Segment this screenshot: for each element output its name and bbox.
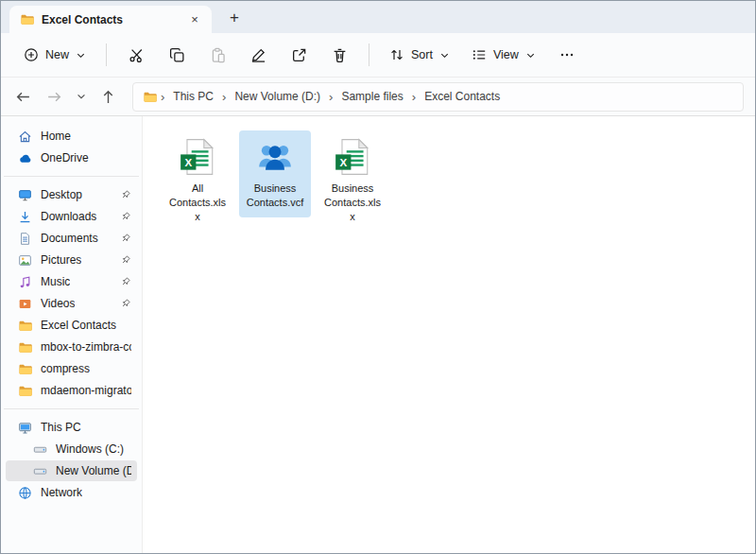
- sidebar-item-label: Music: [41, 275, 70, 288]
- sidebar-item-excel-contacts[interactable]: Excel Contacts: [6, 315, 137, 336]
- breadcrumb-separator: ›: [408, 90, 420, 104]
- sidebar-item-downloads[interactable]: Downloads: [6, 206, 137, 227]
- downloads-icon: [18, 210, 32, 224]
- pin-icon: [120, 276, 131, 287]
- location-folder-icon: [143, 90, 157, 104]
- excel-file-icon: X: [333, 137, 372, 177]
- excel-file-icon: X: [178, 137, 217, 177]
- paste-button[interactable]: [198, 39, 236, 71]
- navigation-pane: Home OneDrive Desktop: [1, 116, 143, 553]
- music-icon: [18, 275, 32, 289]
- folder-icon: [18, 340, 32, 355]
- tab-title: Excel Contacts: [42, 13, 176, 26]
- sidebar-item-music[interactable]: Music: [6, 271, 137, 292]
- toolbar-divider: [369, 43, 369, 66]
- chevron-down-icon: [439, 50, 450, 61]
- ellipsis-icon: [559, 47, 575, 62]
- breadcrumb-separator: ›: [218, 90, 230, 104]
- sort-button[interactable]: Sort: [380, 39, 459, 71]
- videos-icon: [18, 297, 32, 311]
- sidebar-divider: [4, 408, 139, 409]
- chevron-down-icon: [525, 50, 536, 61]
- documents-icon: [18, 232, 32, 246]
- sidebar-item-label: Desktop: [41, 188, 82, 201]
- see-more-button[interactable]: [548, 39, 586, 71]
- breadcrumb-item-excel-contacts[interactable]: Excel Contacts: [420, 87, 505, 106]
- onedrive-cloud-icon: [18, 151, 32, 165]
- copy-button[interactable]: [158, 39, 196, 71]
- command-toolbar: New: [1, 33, 755, 78]
- pin-icon: [120, 254, 131, 266]
- file-item-all-contacts-xlsx[interactable]: X All Contacts.xlsx: [162, 130, 233, 232]
- sort-arrows-icon: [389, 47, 404, 62]
- sidebar-item-label: New Volume (D:): [56, 464, 131, 477]
- tab-close-button[interactable]: ×: [183, 9, 206, 30]
- file-name: Business Contacts.vcf: [246, 182, 304, 210]
- rename-icon: [250, 47, 266, 63]
- plus-circle-icon: [24, 47, 39, 62]
- sidebar-item-windows-c[interactable]: Windows (C:): [6, 439, 137, 459]
- delete-button[interactable]: [320, 39, 358, 71]
- drive-icon: [33, 442, 47, 457]
- copy-icon: [169, 47, 185, 63]
- sidebar-item-mdaemon-migrator[interactable]: mdaemon-migrator: [6, 380, 137, 401]
- sidebar-item-label: Home: [41, 130, 71, 143]
- pin-icon: [120, 233, 131, 244]
- file-item-business-contacts-xlsx[interactable]: X Business Contacts.xlsx: [317, 130, 388, 232]
- file-explorer-window: Excel Contacts × + New: [0, 0, 756, 554]
- forward-button[interactable]: [40, 82, 69, 111]
- sidebar-item-this-pc[interactable]: This PC: [6, 417, 137, 438]
- svg-text:X: X: [184, 157, 192, 168]
- sidebar-item-pictures[interactable]: Pictures: [6, 250, 137, 270]
- new-button-label: New: [45, 48, 69, 61]
- view-list-icon: [472, 47, 487, 62]
- sidebar-item-videos[interactable]: Videos: [6, 293, 137, 314]
- cut-button[interactable]: [117, 39, 155, 71]
- svg-text:X: X: [339, 157, 347, 168]
- new-button[interactable]: New: [14, 39, 95, 71]
- sidebar-item-label: Excel Contacts: [41, 319, 116, 332]
- explorer-tab[interactable]: Excel Contacts ×: [9, 6, 212, 33]
- sidebar-item-new-volume-d[interactable]: New Volume (D:): [6, 460, 137, 481]
- file-name: All Contacts.xlsx: [168, 182, 227, 224]
- home-icon: [18, 130, 32, 144]
- scissors-icon: [129, 47, 145, 63]
- sort-button-label: Sort: [411, 48, 433, 61]
- up-button[interactable]: [94, 82, 123, 111]
- file-item-business-contacts-vcf[interactable]: Business Contacts.vcf: [239, 130, 311, 217]
- breadcrumb-item-sample-files[interactable]: Sample files: [336, 87, 407, 106]
- recent-locations-button[interactable]: [71, 82, 92, 111]
- sidebar-item-documents[interactable]: Documents: [6, 228, 137, 249]
- share-button[interactable]: [280, 39, 318, 71]
- sidebar-item-label: Network: [41, 486, 82, 499]
- sidebar-item-label: Pictures: [41, 253, 81, 267]
- sidebar-item-network[interactable]: Network: [6, 482, 137, 503]
- contacts-file-icon: [255, 137, 295, 177]
- folder-icon: [18, 362, 32, 376]
- toolbar-divider: [106, 43, 107, 66]
- pin-icon: [120, 189, 131, 200]
- breadcrumb[interactable]: › This PC › New Volume (D:) › Sample fil…: [132, 82, 744, 112]
- view-button[interactable]: View: [462, 39, 545, 71]
- pictures-icon: [18, 253, 32, 268]
- breadcrumb-item-new-volume[interactable]: New Volume (D:): [230, 87, 325, 106]
- titlebar: Excel Contacts × +: [1, 1, 755, 33]
- sidebar-item-mbox-to-zimbra[interactable]: mbox-to-zimbra-con: [6, 337, 137, 357]
- sidebar-item-label: Documents: [41, 232, 98, 245]
- file-name: Business Contacts.xlsx: [323, 182, 382, 224]
- trash-icon: [332, 47, 348, 63]
- sidebar-item-desktop[interactable]: Desktop: [6, 184, 137, 205]
- sidebar-item-label: Downloads: [41, 210, 96, 223]
- sidebar-item-onedrive[interactable]: OneDrive: [6, 147, 137, 168]
- clipboard-paste-icon: [210, 47, 226, 63]
- folder-icon: [18, 319, 32, 333]
- sidebar-item-label: OneDrive: [41, 151, 89, 164]
- sidebar-item-compress[interactable]: compress: [6, 358, 137, 379]
- breadcrumb-item-this-pc[interactable]: This PC: [168, 87, 218, 106]
- new-tab-button[interactable]: +: [220, 6, 249, 30]
- back-button[interactable]: [9, 82, 38, 111]
- sidebar-item-label: Windows (C:): [56, 442, 124, 456]
- breadcrumb-separator: ›: [157, 90, 168, 104]
- rename-button[interactable]: [239, 39, 277, 71]
- sidebar-item-home[interactable]: Home: [6, 126, 137, 147]
